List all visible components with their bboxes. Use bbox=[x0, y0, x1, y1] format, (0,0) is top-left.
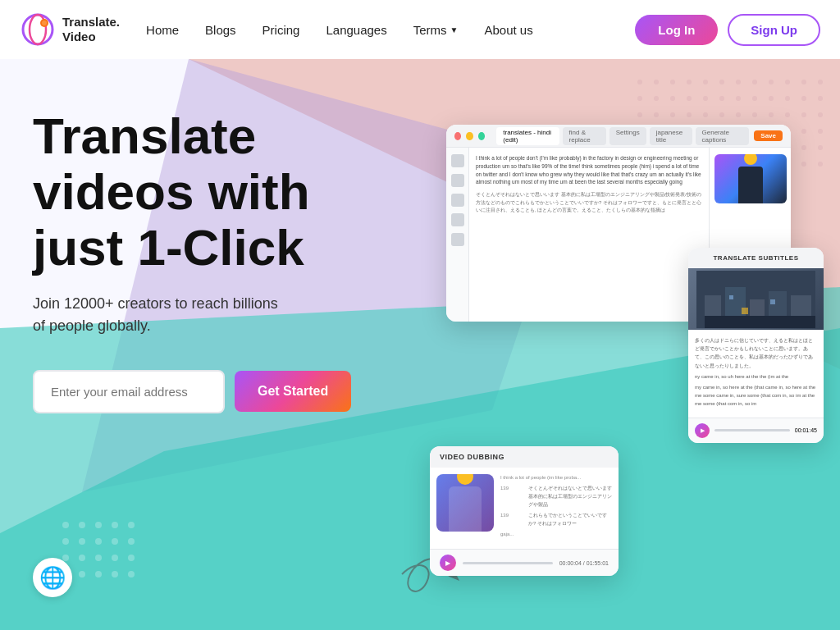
subtitle-english1: ny came in, so uh here at the the (im at… bbox=[695, 372, 817, 381]
subtitles-image bbox=[688, 268, 824, 330]
subtitle-japanese: 多くの人はドニらに信じていです、えると私はとほとど発言でかいことかもしれないこと… bbox=[695, 336, 817, 370]
hero-subtitle: Join 12000+ creators to reach billionsof… bbox=[33, 293, 345, 337]
person-body bbox=[738, 167, 763, 203]
logo-text-line1: Translate. bbox=[62, 15, 120, 30]
dubbing-text-line2: 139 そくとんぞそれはないとで思いいます基本的に私は工場型のエンジニアリングや… bbox=[500, 485, 612, 509]
editor-tab-replace: find & replace bbox=[563, 127, 606, 145]
sidebar-icon-4 bbox=[451, 213, 464, 226]
editor-sidebar bbox=[446, 148, 469, 322]
sidebar-icon-5 bbox=[451, 233, 464, 246]
editor-tabs: translates - hindi (edit) find & replace… bbox=[496, 127, 749, 145]
terms-chevron-icon: ▼ bbox=[450, 25, 459, 34]
signup-button[interactable]: Sign Up bbox=[728, 14, 820, 46]
nav-actions: Log In Sign Up bbox=[635, 14, 820, 46]
editor-tab-active: translates - hindi (edit) bbox=[496, 127, 559, 145]
editor-text-content: I think a lot of people don't (I'm like … bbox=[469, 148, 709, 322]
subtitles-slider bbox=[714, 429, 790, 431]
dubbing-text-line3: 139 これらもでかということでいいですか? それはフォロワー bbox=[500, 512, 612, 527]
editor-text-english: I think a lot of people don't (I'm like … bbox=[476, 154, 702, 186]
email-input[interactable] bbox=[33, 370, 225, 413]
person-head bbox=[744, 154, 757, 165]
logo-text-line2: Video bbox=[62, 30, 120, 44]
globe-icon: 🌐 bbox=[39, 565, 66, 591]
navbar: Translate. Video Home Blogs Pricing Lang… bbox=[0, 0, 840, 59]
subtitle-english2: my came in, so here at the (that came in… bbox=[695, 383, 817, 409]
hero-form: Get Started bbox=[33, 370, 345, 413]
hero-left: Translate videos with just 1-Click Join … bbox=[0, 59, 377, 413]
dubbing-play-button[interactable]: ▶ bbox=[440, 555, 456, 571]
dubbing-time: 00:00:04 / 01:55:01 bbox=[559, 560, 609, 566]
nav-blogs[interactable]: Blogs bbox=[205, 23, 236, 37]
sidebar-icon-1 bbox=[451, 154, 464, 167]
dubbing-person-head bbox=[457, 474, 473, 485]
editor-video-thumb bbox=[714, 154, 787, 203]
subtitles-play-button[interactable]: ▶ bbox=[695, 423, 710, 438]
svg-rect-117 bbox=[742, 308, 748, 314]
logo[interactable]: Translate. Video bbox=[20, 11, 120, 48]
dubbing-header: VIDEO DUBBING bbox=[430, 446, 619, 468]
dubbing-card: VIDEO DUBBING I think a lot of people (i… bbox=[430, 446, 619, 576]
svg-point-106 bbox=[23, 15, 52, 44]
nav-languages[interactable]: Languages bbox=[326, 23, 386, 37]
hero-section: Translate videos with just 1-Click Join … bbox=[0, 59, 840, 630]
editor-tab-share: japanese title bbox=[650, 127, 692, 145]
subtitles-text: 多くの人はドニらに信じていです、えると私はとほとど発言でかいことかもしれないこと… bbox=[688, 330, 824, 418]
nav-terms[interactable]: Terms ▼ bbox=[413, 23, 459, 37]
editor-topbar: translates - hindi (edit) find & replace… bbox=[446, 125, 791, 148]
nav-pricing[interactable]: Pricing bbox=[262, 23, 300, 37]
hero-title: Translate videos with just 1-Click bbox=[33, 108, 345, 276]
dubbing-slider bbox=[463, 562, 553, 564]
logo-icon bbox=[20, 11, 56, 48]
editor-tab-settings: Settings bbox=[609, 127, 646, 145]
get-started-button[interactable]: Get Started bbox=[235, 371, 351, 412]
editor-text-japanese: そくとんぞそれはないとで思いいます 基本的に私は工場型のエンジニアリングや製品/… bbox=[476, 191, 702, 215]
editor-tab-captions: Generate captions bbox=[696, 127, 750, 145]
dubbing-thumbnail bbox=[436, 474, 494, 532]
subtitles-time: 00:01:45 bbox=[795, 427, 817, 433]
dubbing-controls: ▶ 00:00:04 / 01:55:01 bbox=[430, 549, 619, 576]
nav-home[interactable]: Home bbox=[146, 23, 179, 37]
svg-rect-118 bbox=[729, 295, 733, 299]
dubbing-text: I think a lot of people (im like proba..… bbox=[500, 474, 612, 542]
dubbing-body: I think a lot of people (im like proba..… bbox=[430, 468, 619, 549]
sidebar-icon-2 bbox=[451, 174, 464, 187]
subtitles-scene-image bbox=[696, 271, 815, 328]
dubbing-text-line4: gaja... bbox=[500, 531, 612, 539]
window-close-dot bbox=[454, 132, 461, 140]
svg-rect-116 bbox=[705, 316, 815, 328]
person-illustration bbox=[714, 154, 787, 203]
window-maximize-dot bbox=[478, 132, 485, 140]
subtitles-card: TRANSLATE SUBTITLES 多くの人はドニらに信じていで bbox=[688, 248, 824, 443]
svg-rect-119 bbox=[770, 299, 775, 304]
nav-about[interactable]: About us bbox=[484, 23, 532, 37]
dubbing-text-line1: I think a lot of people (im like proba..… bbox=[500, 474, 612, 482]
nav-links: Home Blogs Pricing Languages Terms ▼ Abo… bbox=[146, 23, 635, 37]
editor-save-button[interactable]: Save bbox=[754, 130, 783, 141]
sidebar-icon-3 bbox=[451, 194, 464, 207]
svg-point-109 bbox=[42, 21, 47, 25]
subtitles-header: TRANSLATE SUBTITLES bbox=[688, 248, 824, 268]
dubbing-person bbox=[449, 486, 482, 532]
globe-button[interactable]: 🌐 bbox=[33, 558, 72, 597]
subtitles-controls: ▶ 00:01:45 bbox=[688, 418, 824, 443]
login-button[interactable]: Log In bbox=[635, 15, 718, 45]
window-minimize-dot bbox=[466, 132, 472, 140]
product-screenshots: translates - hindi (edit) find & replace… bbox=[430, 125, 824, 600]
